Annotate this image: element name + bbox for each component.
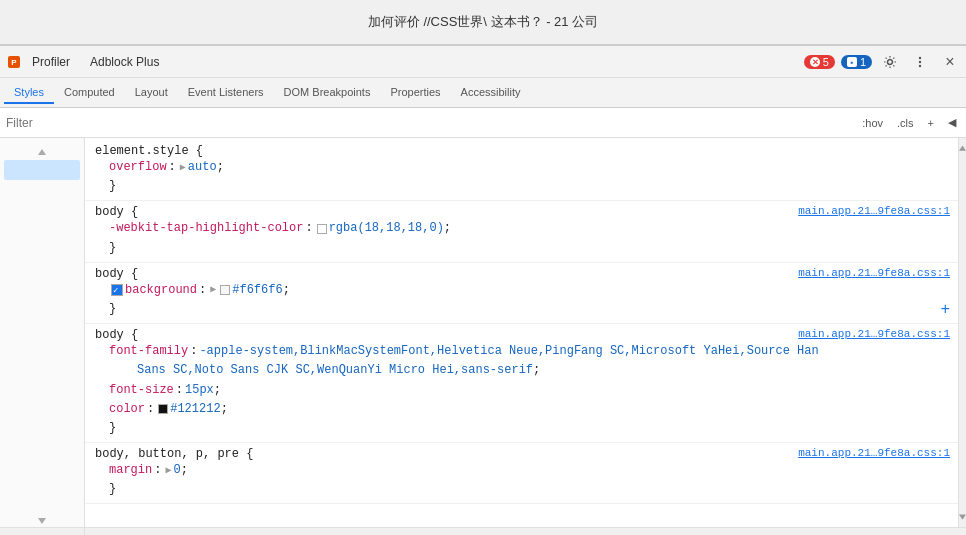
tab-properties[interactable]: Properties	[380, 82, 450, 104]
triangle-margin[interactable]: ▶	[165, 463, 171, 479]
tab-computed[interactable]: Computed	[54, 82, 125, 104]
prop-font-size: font-size : 15px ;	[95, 381, 950, 400]
rule-header-5: body, button, p, pre { main.app.21…9fe8a…	[95, 447, 950, 461]
scroll-up-arrow[interactable]	[959, 138, 966, 158]
prop-value-font-family-2[interactable]: Sans SC,Noto Sans CJK SC,WenQuanYi Micro…	[137, 363, 533, 377]
rule-close-4: }	[95, 419, 950, 438]
devtools-header-left: P Profiler Adblock Plus	[4, 52, 159, 72]
hov-button[interactable]: :hov	[858, 116, 887, 130]
tab-styles[interactable]: Styles	[4, 82, 54, 104]
add-style-button[interactable]: +	[924, 116, 938, 130]
source-body-4[interactable]: main.app.21…9fe8a.css:1	[798, 328, 950, 340]
toggle-sidebar-button[interactable]: ◀	[944, 115, 960, 130]
devtools-header-right: ✕ 5 ▪ 1	[804, 50, 962, 74]
close-brace-3: }	[109, 300, 116, 319]
more-options-button[interactable]	[908, 50, 932, 74]
devtools-panel: P Profiler Adblock Plus ✕ 5 ▪ 1	[0, 45, 966, 535]
cls-button[interactable]: .cls	[893, 116, 918, 130]
prop-value-background[interactable]: #f6f6f6	[232, 281, 282, 300]
prop-value-margin[interactable]: 0	[173, 461, 180, 480]
colon-font-family: :	[190, 342, 197, 361]
semicolon-font-family: ;	[533, 361, 540, 380]
add-property-button[interactable]: +	[940, 301, 950, 319]
color-swatch-webkit[interactable]	[317, 224, 327, 234]
warnings-badge[interactable]: ▪ 1	[841, 55, 872, 69]
profiler-label[interactable]: Profiler	[32, 55, 70, 69]
close-brace-4: }	[109, 419, 116, 438]
css-rule-element-style: element.style { overflow : ▶ auto ; }	[85, 140, 958, 201]
scroll-down-arrow[interactable]	[959, 507, 966, 527]
selector-body-2[interactable]: body {	[95, 205, 138, 219]
horizontal-scrollbar[interactable]	[85, 528, 966, 535]
scroll-down-icon	[959, 514, 966, 520]
css-rules-content: element.style { overflow : ▶ auto ; } bo…	[85, 138, 958, 527]
prop-name-color[interactable]: color	[109, 400, 145, 419]
source-body-2[interactable]: main.app.21…9fe8a.css:1	[798, 205, 950, 217]
prop-font-family: font-family : -apple-system,BlinkMacSyst…	[95, 342, 950, 380]
semicolon-font-size: ;	[214, 381, 221, 400]
rule-close-2: }	[95, 239, 950, 258]
svg-point-9	[919, 64, 921, 66]
color-swatch-background[interactable]	[220, 285, 230, 295]
browser-top-bar: 加何评价 //CSS世界\ 这本书？ - 21 公司	[0, 0, 966, 45]
prop-webkit-tap: -webkit-tap-highlight-color : rgba(18,18…	[95, 219, 950, 238]
gear-icon	[883, 55, 897, 69]
scroll-down-indicator[interactable]	[0, 515, 84, 527]
prop-name-webkit-tap[interactable]: -webkit-tap-highlight-color	[109, 219, 303, 238]
devtools-tabs-bar: Styles Computed Layout Event Listeners D…	[0, 78, 966, 108]
vertical-scrollbar[interactable]	[958, 138, 966, 527]
prop-value-webkit-tap[interactable]: rgba(18,18,18,0)	[329, 219, 444, 238]
triangle-background[interactable]: ▶	[210, 282, 216, 298]
scrollbar-track	[959, 158, 966, 507]
prop-margin: margin : ▶ 0 ;	[95, 461, 950, 480]
scroll-up-indicator[interactable]	[0, 146, 84, 158]
toolbar-right: :hov .cls + ◀	[858, 115, 960, 130]
prop-value-font-size[interactable]: 15px	[185, 381, 214, 400]
tab-layout[interactable]: Layout	[125, 82, 178, 104]
scrollbar-left-spacer	[0, 528, 85, 535]
semicolon-overflow: ;	[217, 158, 224, 177]
adblock-label[interactable]: Adblock Plus	[90, 55, 159, 69]
horizontal-scrollbar-area	[0, 527, 966, 535]
source-body-button[interactable]: main.app.21…9fe8a.css:1	[798, 447, 950, 459]
colon-background: :	[199, 281, 206, 300]
styles-toolbar: :hov .cls + ◀	[0, 108, 966, 138]
devtools-header: P Profiler Adblock Plus ✕ 5 ▪ 1	[0, 46, 966, 78]
source-body-3[interactable]: main.app.21…9fe8a.css:1	[798, 267, 950, 279]
color-swatch-color[interactable]	[158, 404, 168, 414]
prop-name-font-size[interactable]: font-size	[109, 381, 174, 400]
prop-value-font-family[interactable]: -apple-system,BlinkMacSystemFont,Helveti…	[199, 342, 818, 361]
tab-event-listeners[interactable]: Event Listeners	[178, 82, 274, 104]
prop-name-background[interactable]: background	[125, 281, 197, 300]
property-checkbox-background[interactable]	[111, 284, 123, 296]
selector-element-style[interactable]: element.style {	[95, 144, 203, 158]
prop-value-font-family-cont: Sans SC,Noto Sans CJK SC,WenQuanYi Micro…	[109, 361, 533, 380]
triangle-overflow[interactable]: ▶	[180, 160, 186, 176]
semicolon-webkit-tap: ;	[444, 219, 451, 238]
tab-accessibility[interactable]: Accessibility	[451, 82, 531, 104]
filter-input[interactable]	[6, 116, 852, 130]
rule-close-3: }	[95, 300, 950, 319]
close-devtools-button[interactable]: ×	[938, 50, 962, 74]
tab-dom-breakpoints[interactable]: DOM Breakpoints	[274, 82, 381, 104]
css-rule-body-font: body { main.app.21…9fe8a.css:1 font-fami…	[85, 324, 958, 443]
page-title: 加何评价 //CSS世界\ 这本书？ - 21 公司	[368, 13, 598, 31]
semicolon-color: ;	[221, 400, 228, 419]
selector-body-4[interactable]: body {	[95, 328, 138, 342]
prop-value-color[interactable]: #121212	[170, 400, 220, 419]
settings-button[interactable]	[878, 50, 902, 74]
devtools-content: element.style { overflow : ▶ auto ; } bo…	[0, 138, 966, 527]
rule-header-3: body { main.app.21…9fe8a.css:1	[95, 267, 950, 281]
selector-body-button[interactable]: body, button, p, pre {	[95, 447, 253, 461]
prop-name-font-family[interactable]: font-family	[109, 342, 188, 361]
selector-body-3[interactable]: body {	[95, 267, 138, 281]
errors-badge[interactable]: ✕ 5	[804, 55, 835, 69]
warning-icon: ▪	[847, 57, 857, 67]
colon-font-size: :	[176, 381, 183, 400]
svg-point-8	[919, 60, 921, 62]
prop-name-overflow[interactable]: overflow	[109, 158, 167, 177]
prop-name-margin[interactable]: margin	[109, 461, 152, 480]
close-icon: ×	[945, 53, 954, 71]
prop-value-overflow[interactable]: auto	[188, 158, 217, 177]
colon-color: :	[147, 400, 154, 419]
